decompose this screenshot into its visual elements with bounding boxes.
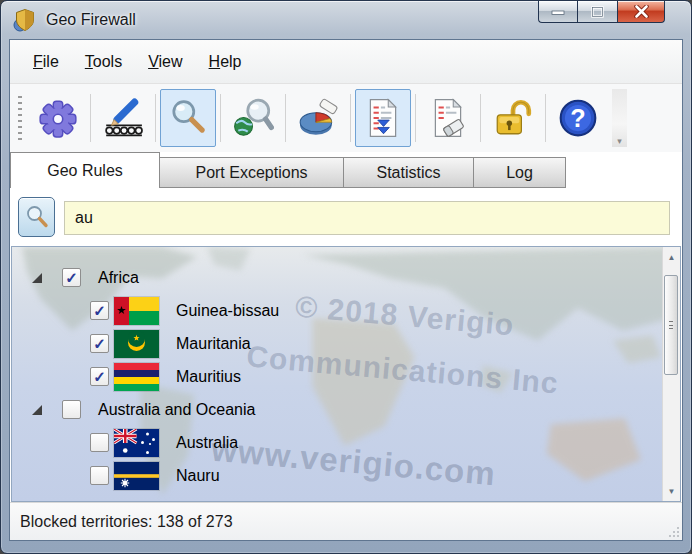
app-shield-icon	[13, 8, 37, 32]
scroll-down-icon[interactable]: ▼	[663, 483, 680, 499]
toolbar-separator	[350, 94, 351, 142]
search-icon	[24, 204, 50, 230]
search-input[interactable]	[64, 201, 670, 235]
checkbox-nauru[interactable]	[90, 466, 109, 485]
scrollbar-thumb[interactable]	[664, 275, 678, 375]
tree-item-label: Mauritania	[176, 335, 251, 353]
tree-item-australia[interactable]: Australia	[12, 426, 662, 459]
tree-group-africa[interactable]: ✓ Africa	[12, 261, 662, 294]
flag-nauru-icon	[114, 462, 159, 490]
flag-mauritius-icon	[114, 363, 159, 391]
thumb-grip-icon	[669, 321, 673, 329]
scroll-up-icon[interactable]: ▲	[663, 249, 680, 265]
resize-grip[interactable]	[667, 525, 680, 538]
client-area: File Tools View Help	[9, 39, 683, 541]
pie-chart-icon	[297, 97, 339, 139]
tree-group-label: Africa	[98, 269, 139, 287]
rules-list-button[interactable]	[355, 89, 411, 147]
menubar: File Tools View Help	[10, 40, 682, 84]
help-question-icon: ?	[557, 97, 599, 139]
caption-buttons	[538, 1, 665, 23]
geo-firewall-window: Geo Firewall File Tools View Help	[0, 0, 692, 554]
expander-icon[interactable]	[32, 273, 42, 283]
tab-strip: Geo Rules Port Exceptions Statistics Log	[10, 152, 682, 188]
toolbar-separator	[545, 94, 546, 142]
toolbar-separator	[480, 94, 481, 142]
checkbox-australia[interactable]	[90, 433, 109, 452]
toolbar-separator	[285, 94, 286, 142]
checkmark-icon: ✓	[65, 270, 78, 285]
checkmark-icon: ✓	[93, 336, 106, 351]
globe-magnifier-icon	[232, 97, 274, 139]
tab-geo-rules[interactable]: Geo Rules	[10, 152, 160, 188]
vertical-scrollbar[interactable]: ▲ ▼	[662, 247, 680, 501]
maximize-button[interactable]	[577, 1, 618, 23]
tree-item-mauritius[interactable]: ✓ Mauritius	[12, 360, 662, 393]
toolbar-separator	[415, 94, 416, 142]
edit-rules-button[interactable]	[95, 89, 151, 147]
toolbar-separator	[155, 94, 156, 142]
tab-port-exceptions[interactable]: Port Exceptions	[160, 157, 344, 188]
checkbox-guinea-bissau[interactable]: ✓	[90, 301, 109, 320]
territory-tree: ✓ Africa ✓ Guinea-bissau ✓	[12, 247, 662, 501]
checkbox-mauritius[interactable]: ✓	[90, 367, 109, 386]
blocked-territories-status: Blocked territories: 138 of 273	[20, 513, 233, 531]
search-row	[10, 188, 682, 246]
menu-view[interactable]: View	[135, 45, 195, 79]
tree-item-label: Guinea-bissau	[176, 302, 279, 320]
territories-panel: © 2018 Verigio Communications Inc www.ve…	[11, 246, 681, 502]
open-padlock-icon	[492, 97, 534, 139]
lock-button[interactable]	[485, 89, 541, 147]
tree-item-label: Nauru	[176, 467, 220, 485]
menu-tools[interactable]: Tools	[72, 45, 135, 79]
toolbar-separator	[90, 94, 91, 142]
flag-australia-icon	[114, 429, 159, 457]
minimize-icon	[551, 8, 565, 16]
close-icon	[634, 5, 649, 18]
help-button[interactable]: ?	[550, 89, 606, 147]
toolbar-overflow[interactable]: ▾	[612, 89, 627, 147]
tree-item-mauritania[interactable]: ✓ Mauritania	[12, 327, 662, 360]
close-button[interactable]	[618, 1, 665, 23]
tree-item-nauru[interactable]: Nauru	[12, 459, 662, 492]
magnifier-icon	[167, 97, 209, 139]
search-button[interactable]	[18, 197, 55, 237]
menu-file[interactable]: File	[20, 45, 72, 79]
document-eraser-icon	[427, 97, 469, 139]
svg-text:?: ?	[570, 104, 585, 132]
toolbar-separator	[220, 94, 221, 142]
clear-list-button[interactable]	[420, 89, 476, 147]
flag-mauritania-icon	[114, 330, 159, 358]
expander-icon[interactable]	[32, 405, 42, 415]
gear-icon	[37, 97, 79, 139]
window-title: Geo Firewall	[46, 11, 136, 29]
tree-group-label: Australia and Oceania	[98, 401, 255, 419]
titlebar[interactable]: Geo Firewall	[1, 1, 691, 39]
document-arrows-icon	[362, 97, 404, 139]
tab-statistics[interactable]: Statistics	[344, 157, 474, 188]
maximize-icon	[591, 6, 604, 18]
pencil-edit-icon	[102, 97, 144, 139]
checkbox-australia-oceania[interactable]	[62, 400, 81, 419]
tree-item-label: Australia	[176, 434, 238, 452]
menu-help[interactable]: Help	[196, 45, 255, 79]
minimize-button[interactable]	[538, 1, 577, 23]
checkbox-mauritania[interactable]: ✓	[90, 334, 109, 353]
tab-log[interactable]: Log	[474, 157, 566, 188]
checkmark-icon: ✓	[93, 303, 106, 318]
checkmark-icon: ✓	[93, 369, 106, 384]
search-toggle-button[interactable]	[160, 89, 216, 147]
toolbar-gripper[interactable]	[18, 96, 22, 140]
chevron-down-icon: ▾	[612, 136, 627, 146]
toolbar: ? ▾	[10, 84, 682, 152]
tree-item-label: Mauritius	[176, 368, 241, 386]
checkbox-africa[interactable]: ✓	[62, 268, 81, 287]
tree-group-australia-oceania[interactable]: Australia and Oceania	[12, 393, 662, 426]
statistics-button[interactable]	[290, 89, 346, 147]
settings-button[interactable]	[30, 89, 86, 147]
tree-item-guinea-bissau[interactable]: ✓ Guinea-bissau	[12, 294, 662, 327]
flag-guinea-bissau-icon	[114, 297, 159, 325]
geo-lookup-button[interactable]	[225, 89, 281, 147]
statusbar: Blocked territories: 138 of 273	[10, 502, 682, 540]
